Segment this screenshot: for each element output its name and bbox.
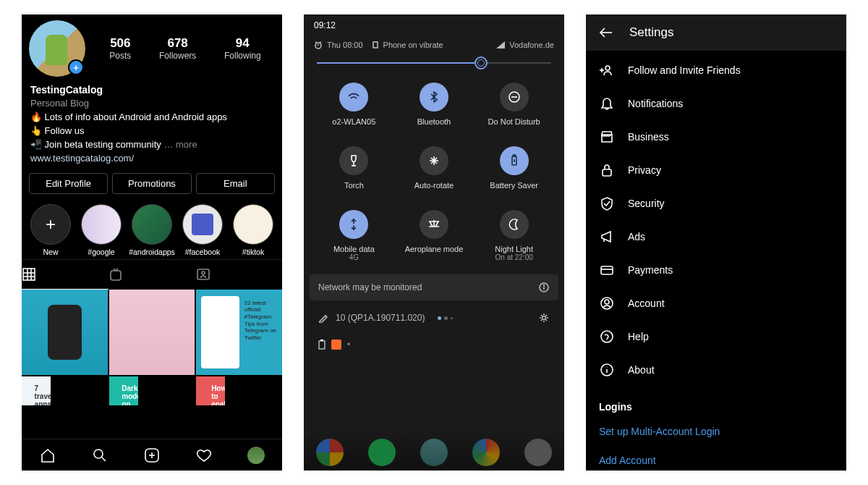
plus-icon: + <box>30 204 71 245</box>
tab-tagged[interactable] <box>195 260 282 290</box>
setting-item-shop[interactable]: Business <box>586 120 846 153</box>
highlight-item[interactable]: #tiktok <box>230 204 276 256</box>
brightness-icon <box>475 56 488 69</box>
promotions-button[interactable]: Promotions <box>112 173 191 194</box>
highlight-item[interactable]: #androidapps <box>129 204 175 256</box>
setting-item-shield[interactable]: Security <box>586 187 846 220</box>
brightness-slider[interactable] <box>304 56 564 77</box>
setting-label: Privacy <box>628 164 661 176</box>
qs-tile[interactable]: Do Not Disturb <box>474 77 554 135</box>
tile-label: Battery Saver <box>474 181 554 190</box>
stat-posts[interactable]: 506 Posts <box>109 36 131 61</box>
pencil-icon <box>318 313 328 323</box>
svg-line-16 <box>320 42 321 43</box>
svg-rect-0 <box>23 269 35 280</box>
edit-profile-button[interactable]: Edit Profile <box>29 173 108 194</box>
photos-app-icon[interactable] <box>316 439 344 466</box>
highlight-item[interactable]: #facebook <box>179 204 226 256</box>
email-button[interactable]: Email <box>196 173 275 194</box>
more-link[interactable]: … more <box>163 139 197 150</box>
svg-point-27 <box>544 285 545 286</box>
tile-icon <box>420 210 448 239</box>
highlight-item[interactable]: #google <box>78 204 124 256</box>
qs-tile[interactable]: o2-WLAN05 <box>314 77 394 135</box>
tile-icon <box>339 146 368 175</box>
nav-new-post[interactable] <box>126 439 178 471</box>
add-account-link[interactable]: Add Account <box>586 446 846 471</box>
setting-item-add-person[interactable]: Follow and Invite Friends <box>586 54 846 87</box>
beta-app-icon[interactable] <box>420 439 448 466</box>
setting-item-megaphone[interactable]: Ads <box>586 220 846 253</box>
qs-tile[interactable]: Aeroplane mode <box>394 204 475 270</box>
posts-label: Posts <box>109 51 131 61</box>
tile-icon <box>500 83 529 111</box>
lock-icon <box>599 162 615 178</box>
post-thumbnail[interactable] <box>109 290 195 376</box>
tile-label: Bluetooth <box>394 117 475 126</box>
card-icon <box>599 262 615 278</box>
post-thumbnail[interactable] <box>22 376 51 405</box>
notification-tray-row[interactable]: • <box>310 335 558 354</box>
vibrate-icon <box>372 41 379 49</box>
post-thumbnail[interactable] <box>196 376 225 405</box>
qs-tile[interactable]: Battery Saver <box>474 140 554 198</box>
setting-item-card[interactable]: Payments <box>586 253 846 287</box>
setting-item-account[interactable]: Account <box>586 287 846 320</box>
whatsapp-app-icon[interactable] <box>368 439 396 466</box>
svg-point-44 <box>606 366 607 367</box>
category: Personal Blog <box>30 97 273 111</box>
setting-item-bell[interactable]: Notifications <box>586 87 846 120</box>
tile-label: Auto-rotate <box>394 181 475 190</box>
add-story-icon[interactable]: + <box>68 59 84 75</box>
posts-grid <box>22 290 282 406</box>
profile-avatar[interactable]: + <box>29 20 85 77</box>
tab-grid[interactable] <box>22 260 109 290</box>
instagram-profile-screen: + 506 Posts 678 Followers 94 Following T… <box>22 14 282 471</box>
setting-label: Follow and Invite Friends <box>628 64 741 76</box>
multi-account-login-link[interactable]: Set up Multi-Account Login <box>586 417 846 446</box>
qs-tile[interactable]: Auto-rotate <box>394 140 475 198</box>
setting-item-info[interactable]: About <box>586 353 846 387</box>
system-update-row[interactable]: 10 (QP1A.190711.020) <box>310 305 558 331</box>
post-thumbnail[interactable] <box>109 376 138 405</box>
following-label: Following <box>224 51 261 61</box>
battery-icon <box>318 340 326 350</box>
quick-tiles-grid: o2-WLAN05BluetoothDo Not DisturbTorchAut… <box>304 77 564 270</box>
qs-tile[interactable]: Bluetooth <box>394 77 475 135</box>
tile-label: Aeroplane mode <box>394 245 475 253</box>
back-arrow-icon[interactable] <box>597 25 613 41</box>
profile-bio: TestingCatalog Personal Blog 🔥 Lots of i… <box>22 83 282 166</box>
gear-icon[interactable] <box>538 312 550 324</box>
setting-label: About <box>628 364 655 376</box>
svg-rect-5 <box>111 271 121 280</box>
nav-search[interactable] <box>74 439 126 471</box>
android-quick-settings-screen: 09:12 Thu 08:00 Phone on vibrate Vodafon… <box>304 14 564 471</box>
qs-tile[interactable]: Mobile data4G <box>314 204 394 270</box>
qs-tile[interactable]: Torch <box>314 140 394 198</box>
setting-label: Business <box>628 131 669 143</box>
nav-activity[interactable] <box>178 439 230 471</box>
heart-icon <box>196 447 212 463</box>
logins-section-header: Logins <box>586 389 846 417</box>
qs-tile[interactable]: Night LightOn at 22:00 <box>474 204 554 270</box>
nav-home[interactable] <box>22 439 74 471</box>
highlight-new[interactable]: + New <box>27 204 74 256</box>
maps-app-icon[interactable] <box>472 439 500 466</box>
nav-profile[interactable] <box>230 439 282 471</box>
setting-label: Account <box>628 298 665 309</box>
tab-igtv[interactable] <box>109 260 195 290</box>
post-thumbnail[interactable] <box>22 290 108 376</box>
setting-item-lock[interactable]: Privacy <box>586 153 846 187</box>
camera-app-icon[interactable] <box>524 439 552 466</box>
tile-label: Mobile data <box>314 245 394 253</box>
post-thumbnail[interactable] <box>196 290 282 376</box>
following-count: 94 <box>224 36 261 51</box>
svg-point-40 <box>601 331 613 342</box>
stat-following[interactable]: 94 Following <box>224 36 261 61</box>
website-link[interactable]: www.testingcatalog.com/ <box>30 152 273 166</box>
tile-icon <box>339 210 368 239</box>
stat-followers[interactable]: 678 Followers <box>159 36 196 61</box>
setting-item-help[interactable]: Help <box>586 320 846 353</box>
megaphone-icon <box>599 229 615 245</box>
network-monitor-notice[interactable]: Network may be monitored <box>310 274 558 300</box>
